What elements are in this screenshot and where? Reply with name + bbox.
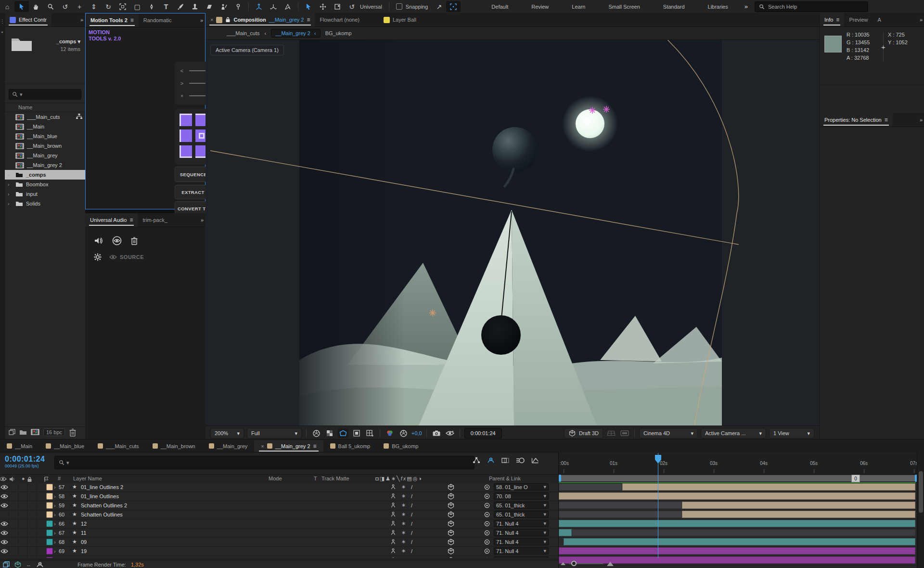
label-color-chip[interactable]	[46, 492, 53, 500]
region-of-interest-icon[interactable]	[351, 428, 362, 438]
mini-flowchart-icon[interactable]	[473, 457, 480, 464]
switches-column-icons[interactable]: ◘◨♟∗╲fx▤◎◑	[375, 476, 423, 482]
3d-layer-toggle[interactable]	[448, 538, 454, 546]
quality-toggle[interactable]: /	[411, 547, 412, 555]
twirl-icon[interactable]: ›	[54, 556, 56, 558]
timeline-tab-__Main[interactable]: __Main	[0, 440, 39, 452]
layer-name[interactable]: 11	[81, 529, 86, 537]
parent-pickwhip-icon[interactable]	[484, 483, 490, 491]
exposure-value[interactable]: +0,0	[411, 430, 422, 436]
anchor-cell-6[interactable]	[180, 145, 192, 158]
project-bit-depth[interactable]: 16 bpc	[43, 428, 65, 436]
tab-randomatic[interactable]: Randomatic	[139, 13, 177, 27]
preview-eye-icon[interactable]	[112, 236, 122, 245]
video-toggle[interactable]	[0, 547, 9, 555]
panel-overflow-icon[interactable]: »	[198, 217, 205, 223]
scrollbar-thumb[interactable]	[919, 471, 923, 513]
3d-layer-toggle[interactable]	[448, 483, 454, 491]
twirl-icon[interactable]: ›	[54, 492, 56, 500]
magnification-dropdown[interactable]: 200%▾	[210, 428, 244, 439]
quality-toggle[interactable]: /	[411, 510, 412, 518]
twirl-icon[interactable]: ›	[54, 501, 56, 509]
timeline-tab-__Main_grey-2[interactable]: ×__Main_grey 2≡	[254, 440, 323, 452]
audio-toggle[interactable]	[9, 529, 18, 537]
quality-toggle[interactable]: /	[411, 483, 412, 491]
label-color-chip[interactable]	[46, 556, 53, 558]
gizmo-rotate-button[interactable]: ↺	[345, 1, 359, 12]
panel-menu-icon[interactable]: ≡	[307, 16, 310, 23]
layer-name[interactable]: Schatten Outlines	[81, 510, 123, 518]
gizmo-scale-button[interactable]	[330, 1, 345, 12]
layer-row-58[interactable]: ›58★01_line Outlines∗/70. 08▾	[0, 492, 558, 501]
pan-behind-tool-button[interactable]: +	[72, 1, 87, 12]
solo-column-icon[interactable]: ●	[22, 476, 25, 481]
anchor-cell-3[interactable]	[180, 129, 192, 142]
layer-duration-bar[interactable]	[559, 529, 572, 536]
breadcrumb-main-cuts[interactable]: ___Main_cuts	[227, 30, 260, 36]
collapse-transformations-toggle[interactable]: ∗	[401, 547, 406, 555]
timeline-tab-__Main_blue[interactable]: __Main_blue	[39, 440, 91, 452]
video-toggle[interactable]	[0, 538, 9, 546]
twirl-icon[interactable]: ›	[8, 192, 13, 197]
timeline-vertical-scrollbar[interactable]	[917, 452, 924, 568]
timeline-tab-BG_ukomp[interactable]: BG_ukomp	[377, 440, 425, 452]
timeline-tab-Ball-5_ukomp[interactable]: Ball 5_ukomp	[323, 440, 377, 452]
parent-pickwhip-icon[interactable]	[484, 519, 490, 528]
help-search-input[interactable]: Search Help	[755, 1, 868, 12]
work-area-range[interactable]	[561, 475, 915, 481]
tab-properties[interactable]: Properties: No Selection ≡	[820, 113, 893, 127]
mask-rectangle-tool-button[interactable]: ▢	[130, 1, 144, 12]
project-item-_comps[interactable]: ›_comps	[5, 170, 85, 180]
twirl-icon[interactable]: ›	[54, 483, 56, 491]
collapse-transformations-toggle[interactable]: ∗	[401, 519, 406, 528]
layer-duration-bar[interactable]	[559, 520, 915, 527]
workspace-overflow-icon[interactable]: »	[744, 3, 747, 10]
video-toggle[interactable]	[0, 556, 9, 558]
workspace-tab-default[interactable]: Default	[480, 4, 520, 10]
workspace-tab-libraries[interactable]: Libraries	[696, 4, 740, 10]
transparency-grid-icon[interactable]	[324, 428, 335, 438]
layer-name-column-header[interactable]: Layer Name	[73, 476, 102, 481]
audio-toggle[interactable]	[9, 538, 18, 546]
source-toggle[interactable]: SOURCE	[109, 254, 144, 260]
video-toggle[interactable]	[0, 510, 9, 518]
timeline-tab-___Main_cuts[interactable]: ___Main_cuts	[91, 440, 146, 452]
parent-dropdown[interactable]: 71. Null 4▾	[494, 529, 549, 536]
label-color-chip[interactable]	[46, 519, 53, 528]
video-toggle[interactable]	[0, 529, 9, 537]
shy-status-icon[interactable]	[36, 562, 44, 568]
orbit-camera-tool-button[interactable]: ↺	[58, 1, 72, 12]
zoom-tool-button[interactable]	[43, 1, 58, 12]
shy-toggle[interactable]	[391, 483, 396, 491]
3d-layer-toggle[interactable]	[448, 501, 454, 509]
panel-menu-icon[interactable]: ≡	[885, 116, 888, 123]
lock-toggle[interactable]	[27, 483, 37, 491]
workspace-tab-review[interactable]: Review	[520, 4, 560, 10]
video-toggle[interactable]	[0, 492, 9, 500]
tab-layer-ball[interactable]: Layer Ball	[379, 13, 421, 26]
parent-link-column-header[interactable]: Parent & Link	[489, 476, 521, 481]
panel-menu-icon[interactable]: ≡	[836, 16, 839, 23]
layer-name[interactable]: 08	[81, 556, 87, 558]
time-ruler[interactable]: :00s01s02s03s04s05s06s07s	[559, 452, 917, 475]
track-matte-column-header[interactable]: Track Matte	[321, 476, 349, 481]
tab-info[interactable]: Info ≡	[820, 13, 844, 26]
parent-pickwhip-icon[interactable]	[484, 538, 490, 546]
tab-preview[interactable]: Preview	[844, 13, 873, 26]
shy-layers-icon[interactable]	[487, 457, 495, 463]
layer-duration-bar[interactable]	[564, 538, 915, 545]
project-name-column-header[interactable]: Name	[5, 103, 85, 112]
playhead-line[interactable]	[658, 453, 658, 558]
layer-row-69[interactable]: ›69★19∗/71. Null 4▾	[0, 547, 558, 556]
panel-overflow-icon[interactable]: »	[197, 17, 205, 23]
parent-pickwhip-icon[interactable]	[484, 529, 490, 537]
render-queue-icon[interactable]	[3, 561, 10, 568]
quality-toggle[interactable]: /	[411, 538, 412, 546]
solo-toggle[interactable]	[18, 556, 27, 558]
parent-pickwhip-icon[interactable]	[484, 547, 490, 555]
twirl-icon[interactable]: ›	[8, 172, 13, 178]
layer-duration-bar[interactable]	[572, 529, 915, 536]
snapping-checkbox[interactable]	[396, 3, 402, 10]
project-item-input[interactable]: ›input	[5, 189, 85, 199]
audio-toggle[interactable]	[9, 519, 18, 528]
